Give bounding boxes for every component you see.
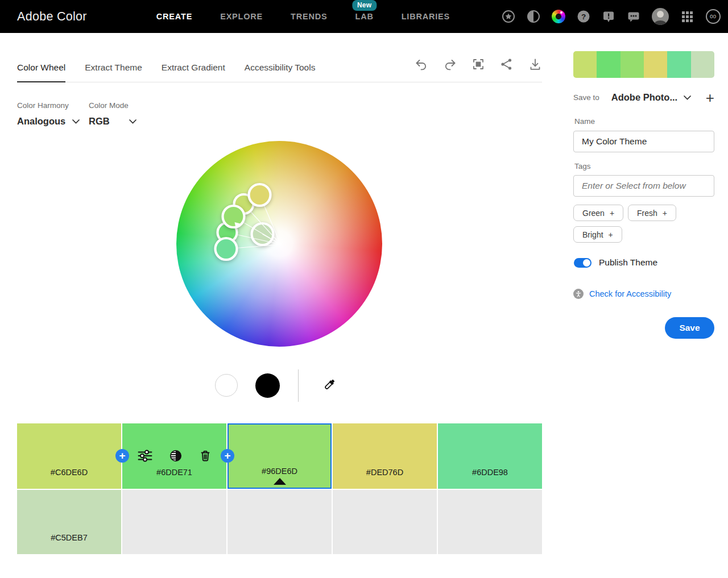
color-mode-dropdown[interactable]: RGB bbox=[89, 116, 136, 127]
swatch-cell-empty[interactable] bbox=[228, 490, 332, 554]
swatch-hex-label: #C5DEB7 bbox=[17, 533, 121, 542]
accessibility-check-link[interactable]: Check for Accessibility bbox=[573, 289, 671, 299]
nav-libraries[interactable]: LIBRARIES bbox=[402, 12, 450, 21]
undo-icon bbox=[415, 57, 428, 71]
color-harmony-label: Color Harmony bbox=[17, 101, 80, 110]
wheel-toolbar bbox=[415, 57, 542, 71]
publish-theme-toggle[interactable] bbox=[574, 258, 592, 268]
eyedropper-icon bbox=[321, 377, 337, 393]
swatch-cell[interactable]: #DED76D bbox=[333, 423, 437, 489]
wheel-marker[interactable] bbox=[216, 238, 237, 260]
swatch-cell[interactable]: #6DDE71 bbox=[122, 423, 226, 489]
save-button[interactable]: Save bbox=[665, 317, 714, 339]
creative-cloud-icon[interactable]: ∞ bbox=[705, 9, 721, 24]
nav-explore[interactable]: EXPLORE bbox=[220, 12, 263, 21]
swatch-hex-label: #DED76D bbox=[333, 468, 437, 477]
header-icon-cluster: ? ∞ bbox=[502, 8, 721, 25]
main-nav: CREATE EXPLORE TRENDS New LAB LIBRARIES bbox=[156, 12, 450, 21]
color-harmony-dropdown[interactable]: Analogous bbox=[17, 116, 80, 127]
color-wheel-area bbox=[176, 141, 382, 347]
wheel-markers bbox=[176, 141, 382, 347]
contrast-icon[interactable] bbox=[527, 10, 540, 23]
top-navbar: Adobe Color CREATE EXPLORE TRENDS New LA… bbox=[0, 0, 728, 33]
theme-name-input[interactable] bbox=[573, 131, 714, 152]
swatch-cell[interactable]: #C6DE6D bbox=[17, 423, 121, 489]
swatch-hex-label: #C6DE6D bbox=[17, 468, 121, 477]
apps-grid-icon[interactable] bbox=[680, 10, 694, 23]
nav-trends[interactable]: TRENDS bbox=[291, 12, 327, 21]
fullscreen-icon bbox=[471, 57, 485, 71]
download-icon bbox=[528, 57, 542, 71]
name-label: Name bbox=[574, 117, 595, 126]
strip-color bbox=[573, 51, 597, 78]
plus-icon: + bbox=[609, 230, 613, 239]
swatch-cell[interactable]: #C5DEB7 bbox=[17, 490, 121, 554]
swatch-tools bbox=[122, 450, 226, 462]
adobe-color-app: Adobe Color CREATE EXPLORE TRENDS New LA… bbox=[0, 0, 728, 578]
accessibility-icon bbox=[573, 289, 584, 299]
publish-theme-label: Publish Theme bbox=[599, 257, 657, 268]
tag-chip-green[interactable]: Green+ bbox=[573, 205, 623, 221]
black-shade-button[interactable] bbox=[255, 373, 280, 398]
trash-icon[interactable] bbox=[199, 450, 212, 462]
swatch-cell-empty[interactable] bbox=[122, 490, 226, 554]
adjust-sliders-icon[interactable] bbox=[138, 450, 152, 462]
strip-color bbox=[667, 51, 690, 78]
strip-color bbox=[644, 51, 667, 78]
undo-button[interactable] bbox=[415, 57, 428, 71]
plus-icon: + bbox=[663, 209, 667, 218]
tag-chip-fresh[interactable]: Fresh+ bbox=[628, 205, 676, 221]
feedback-icon[interactable] bbox=[627, 10, 640, 23]
tags-input[interactable] bbox=[573, 175, 714, 197]
color-mode-control: Color Mode RGB bbox=[89, 101, 136, 127]
redo-icon bbox=[443, 57, 457, 71]
swatch-cell[interactable]: #6DDE98 bbox=[438, 423, 542, 489]
color-wheel-icon[interactable] bbox=[552, 10, 565, 23]
help-icon[interactable]: ? bbox=[577, 10, 590, 23]
swatch-grid: #C6DE6D bbox=[17, 423, 542, 554]
tab-extract-theme[interactable]: Extract Theme bbox=[85, 53, 142, 82]
chevron-down-icon bbox=[684, 95, 691, 100]
selected-swatch-pointer bbox=[274, 478, 286, 485]
download-button[interactable] bbox=[528, 57, 542, 71]
add-swatch-left-button[interactable]: + bbox=[115, 449, 129, 463]
strip-color bbox=[597, 51, 620, 78]
publish-theme-row: Publish Theme bbox=[574, 257, 657, 268]
swatch-cell-empty[interactable] bbox=[333, 490, 437, 554]
swatch-cell-selected[interactable]: #96DE6D bbox=[228, 423, 332, 489]
shade-divider bbox=[298, 369, 299, 402]
swatch-cell-empty[interactable] bbox=[438, 490, 542, 554]
save-to-dropdown[interactable]: Adobe Photo... bbox=[611, 92, 691, 103]
nav-create[interactable]: CREATE bbox=[156, 12, 192, 21]
eyedropper-button[interactable] bbox=[321, 377, 337, 393]
save-to-row: Save to Adobe Photo... + bbox=[573, 90, 714, 105]
tag-chip-bright[interactable]: Bright+ bbox=[573, 226, 622, 243]
tab-extract-gradient[interactable]: Extract Gradient bbox=[162, 53, 225, 82]
white-shade-button[interactable] bbox=[215, 374, 238, 397]
star-icon[interactable] bbox=[502, 10, 515, 23]
alert-icon[interactable] bbox=[602, 10, 615, 23]
add-swatch-right-button[interactable]: + bbox=[221, 449, 234, 463]
swatch-hex-label: #6DDE71 bbox=[122, 468, 226, 477]
wheel-marker[interactable] bbox=[249, 184, 271, 206]
tab-color-wheel[interactable]: Color Wheel bbox=[17, 53, 65, 82]
color-mode-label: Color Mode bbox=[89, 101, 136, 110]
plus-icon: + bbox=[610, 209, 614, 218]
fullscreen-button[interactable] bbox=[471, 57, 485, 71]
app-logo[interactable]: Adobe Color bbox=[17, 10, 87, 24]
chevron-down-icon bbox=[129, 119, 136, 124]
share-button[interactable] bbox=[500, 57, 514, 71]
redo-button[interactable] bbox=[443, 57, 457, 71]
strip-color bbox=[691, 51, 714, 78]
strip-color bbox=[621, 51, 644, 78]
swatch-hex-label: #96DE6D bbox=[229, 467, 330, 476]
new-badge: New bbox=[352, 0, 377, 11]
nav-lab[interactable]: New LAB bbox=[355, 12, 374, 21]
swatch-hex-label: #6DDE98 bbox=[438, 468, 542, 477]
tags-label: Tags bbox=[574, 162, 591, 171]
contrast-icon[interactable] bbox=[169, 450, 182, 462]
avatar[interactable] bbox=[652, 8, 669, 25]
tab-accessibility-tools[interactable]: Accessibility Tools bbox=[245, 53, 316, 82]
create-library-button[interactable]: + bbox=[706, 90, 714, 105]
svg-text:?: ? bbox=[581, 13, 586, 21]
